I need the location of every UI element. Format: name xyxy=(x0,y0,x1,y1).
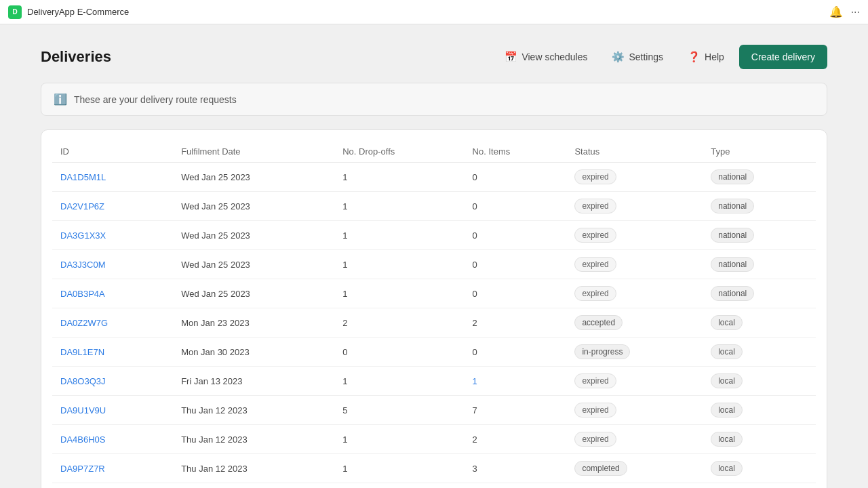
status-badge: expired xyxy=(574,228,616,243)
col-items: No. Items xyxy=(465,141,567,163)
type-badge: national xyxy=(711,228,754,243)
table-row: DA9P7Z7RThu Jan 12 202313completedlocal xyxy=(52,454,816,483)
delivery-id-link[interactable]: DA3G1X3X xyxy=(60,230,106,241)
items-count: 7 xyxy=(465,396,567,425)
table-row: DA2V1P6ZWed Jan 25 202310expirednational xyxy=(52,192,816,221)
header-actions: 📅 View schedules ⚙️ Settings ❓ Help Crea… xyxy=(495,45,827,69)
table-row: DA2P5F2GThu Jan 12 202313completedlocal xyxy=(52,483,816,489)
type-badge: local xyxy=(711,461,743,476)
main-content: Deliveries 📅 View schedules ⚙️ Settings … xyxy=(0,24,868,488)
items-count: 0 xyxy=(465,163,567,192)
delivery-id-link[interactable]: DA2V1P6Z xyxy=(60,201,104,211)
info-message: These are your delivery route requests xyxy=(74,94,237,105)
delivery-id-link[interactable]: DA1D5M1L xyxy=(60,172,106,182)
table-row: DA4B6H0SThu Jan 12 202312expiredlocal xyxy=(52,425,816,454)
type-badge: local xyxy=(711,315,743,330)
dropoffs-count: 1 xyxy=(334,425,464,454)
settings-button[interactable]: ⚙️ Settings xyxy=(602,45,673,68)
table-row: DA9U1V9UThu Jan 12 202357expiredlocal xyxy=(52,396,816,425)
titlebar-right: 🔔 ··· xyxy=(829,5,860,18)
type-badge: local xyxy=(711,403,743,418)
delivery-id-link[interactable]: DA0Z2W7G xyxy=(60,318,108,328)
table-row: DA3J3C0MWed Jan 25 202310expirednational xyxy=(52,250,816,279)
status-badge: completed xyxy=(574,461,627,476)
type-badge: national xyxy=(711,169,754,184)
items-count: 1 xyxy=(465,367,567,396)
help-icon: ❓ xyxy=(688,51,701,63)
view-schedules-button[interactable]: 📅 View schedules xyxy=(495,45,597,68)
dropoffs-count: 1 xyxy=(334,192,464,221)
help-button[interactable]: ❓ Help xyxy=(678,45,734,68)
delivery-id-link[interactable]: DA4B6H0S xyxy=(60,434,105,445)
deliveries-table: ID Fulfilment Date No. Drop-offs No. Ite… xyxy=(52,141,816,488)
dropoffs-count: 1 xyxy=(334,454,464,483)
dropoffs-count: 1 xyxy=(334,279,464,308)
items-count: 0 xyxy=(465,221,567,250)
items-count: 3 xyxy=(465,454,567,483)
dropoffs-count: 1 xyxy=(334,367,464,396)
calendar-icon: 📅 xyxy=(505,51,517,63)
type-badge: national xyxy=(711,199,754,214)
fulfilment-date: Thu Jan 12 2023 xyxy=(173,483,334,489)
more-icon[interactable]: ··· xyxy=(851,6,860,18)
status-badge: expired xyxy=(574,257,616,272)
page-title: Deliveries xyxy=(41,48,111,66)
fulfilment-date: Wed Jan 25 2023 xyxy=(173,250,334,279)
dropoffs-count: 1 xyxy=(334,483,464,489)
delivery-id-link[interactable]: DA8O3Q3J xyxy=(60,376,105,386)
fulfilment-date: Thu Jan 12 2023 xyxy=(173,454,334,483)
info-banner: ℹ️ These are your delivery route request… xyxy=(41,83,827,116)
delivery-id-link[interactable]: DA0B3P4A xyxy=(60,289,105,299)
type-badge: local xyxy=(711,344,743,359)
fulfilment-date: Wed Jan 25 2023 xyxy=(173,192,334,221)
status-badge: expired xyxy=(574,432,616,447)
table-row: DA0Z2W7GMon Jan 23 202322acceptedlocal xyxy=(52,308,816,338)
type-badge: local xyxy=(711,373,743,388)
status-badge: expired xyxy=(574,286,616,301)
fulfilment-date: Wed Jan 25 2023 xyxy=(173,279,334,308)
fulfilment-date: Wed Jan 25 2023 xyxy=(173,163,334,192)
type-badge: local xyxy=(711,432,743,447)
delivery-id-link[interactable]: DA3J3C0M xyxy=(60,260,105,270)
app-name: DeliveryApp E-Commerce xyxy=(27,7,129,17)
col-type: Type xyxy=(703,141,816,163)
items-count: 0 xyxy=(465,279,567,308)
page-header: Deliveries 📅 View schedules ⚙️ Settings … xyxy=(41,45,827,69)
col-status: Status xyxy=(566,141,703,163)
items-count: 0 xyxy=(465,250,567,279)
create-delivery-button[interactable]: Create delivery xyxy=(739,45,827,69)
table-row: DA1D5M1LWed Jan 25 202310expirednational xyxy=(52,163,816,192)
table-row: DA3G1X3XWed Jan 25 202310expirednational xyxy=(52,221,816,250)
titlebar: D DeliveryApp E-Commerce 🔔 ··· xyxy=(0,0,868,24)
type-badge: national xyxy=(711,257,754,272)
fulfilment-date: Thu Jan 12 2023 xyxy=(173,425,334,454)
items-count: 3 xyxy=(465,483,567,489)
dropoffs-count: 1 xyxy=(334,163,464,192)
app-icon: D xyxy=(8,5,22,19)
type-badge: national xyxy=(711,286,754,301)
delivery-id-link[interactable]: DA9L1E7N xyxy=(60,347,104,357)
status-badge: expired xyxy=(574,199,616,214)
deliveries-table-container: ID Fulfilment Date No. Drop-offs No. Ite… xyxy=(41,129,827,488)
bell-icon[interactable]: 🔔 xyxy=(829,5,843,18)
status-badge: expired xyxy=(574,403,616,418)
table-row: DA9L1E7NMon Jan 30 202300in-progressloca… xyxy=(52,338,816,367)
dropoffs-count: 1 xyxy=(334,250,464,279)
fulfilment-date: Fri Jan 13 2023 xyxy=(173,367,334,396)
dropoffs-count: 5 xyxy=(334,396,464,425)
status-badge: expired xyxy=(574,373,616,388)
titlebar-left: D DeliveryApp E-Commerce xyxy=(8,5,129,19)
table-row: DA0B3P4AWed Jan 25 202310expirednational xyxy=(52,279,816,308)
col-fulfilment-date: Fulfilment Date xyxy=(173,141,334,163)
fulfilment-date: Wed Jan 25 2023 xyxy=(173,221,334,250)
status-badge: accepted xyxy=(574,315,623,330)
dropoffs-count: 2 xyxy=(334,308,464,338)
status-badge: expired xyxy=(574,169,616,184)
status-badge: in-progress xyxy=(574,344,630,359)
col-id: ID xyxy=(52,141,173,163)
items-count: 0 xyxy=(465,338,567,367)
info-icon: ℹ️ xyxy=(54,93,67,106)
table-row: DA8O3Q3JFri Jan 13 202311expiredlocal xyxy=(52,367,816,396)
delivery-id-link[interactable]: DA9P7Z7R xyxy=(60,464,105,474)
delivery-id-link[interactable]: DA9U1V9U xyxy=(60,405,106,415)
